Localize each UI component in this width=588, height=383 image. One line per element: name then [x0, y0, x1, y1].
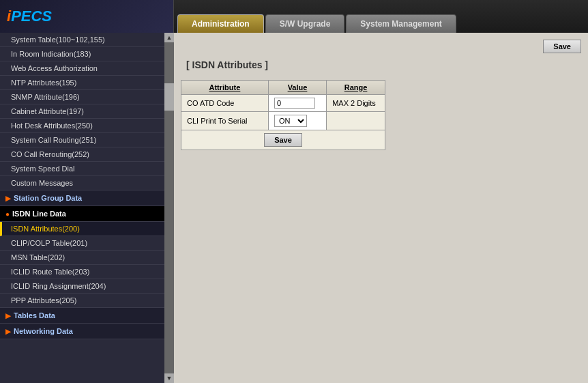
arrow-icon-networking: ▶	[5, 328, 11, 335]
sidebar-item-isdn-attributes[interactable]: ISDN Attributes(200)	[0, 222, 164, 236]
page-title: [ ISDN Attributes ]	[181, 57, 581, 73]
top-save-button[interactable]: Save	[543, 40, 581, 53]
row1-attribute: CO ATD Code	[181, 95, 269, 112]
sidebar-group-isdn[interactable]: ● ISDN Line Data	[0, 206, 164, 222]
sidebar-item-cabinet[interactable]: Cabinet Attribute(197)	[0, 104, 164, 119]
row2-range	[327, 112, 385, 130]
tab-administration[interactable]: Administration	[177, 14, 264, 33]
sidebar-item-web-access[interactable]: Web Access Authorization	[0, 61, 164, 76]
arrow-icon-isdn: ●	[5, 210, 10, 218]
header: iPECS Administration S/W Upgrade System …	[0, 0, 588, 33]
sidebar-wrapper: System Table(100~102,155) In Room Indica…	[0, 33, 174, 383]
sidebar-item-custom-messages[interactable]: Custom Messages	[0, 176, 164, 190]
logo-area: iPECS	[0, 0, 174, 33]
col-header-value: Value	[268, 81, 326, 95]
sidebar-item-in-room[interactable]: In Room Indication(183)	[0, 47, 164, 61]
arrow-icon: ▶	[5, 195, 11, 202]
sidebar-group-networking[interactable]: ▶ Networking Data	[0, 324, 164, 339]
table-save-button[interactable]: Save	[264, 133, 302, 147]
sidebar-scrollbar: ▲ ▼	[164, 33, 174, 383]
row1-range: MAX 2 Digits	[327, 95, 385, 112]
cli-print-select[interactable]: ON OFF	[274, 115, 307, 127]
scroll-down-button[interactable]: ▼	[164, 373, 174, 383]
sidebar-item-system-call-routing[interactable]: System Call Routing(251)	[0, 133, 164, 147]
arrow-icon-tables: ▶	[5, 312, 11, 320]
scroll-thumb[interactable]	[164, 83, 174, 111]
table-row: CLI Print To Serial ON OFF	[181, 112, 385, 130]
sidebar-item-ppp[interactable]: PPP Attributes(205)	[0, 294, 164, 308]
top-save-area: Save	[181, 40, 581, 53]
row1-value-cell	[268, 95, 326, 112]
sidebar-group-isdn-label: ISDN Line Data	[12, 210, 66, 218]
sidebar-item-msn-table[interactable]: MSN Table(202)	[0, 251, 164, 265]
nav-tabs: Administration S/W Upgrade System Manage…	[174, 0, 588, 33]
table-save-row: Save	[181, 130, 385, 150]
col-header-attribute: Attribute	[181, 81, 269, 95]
tab-system-management[interactable]: System Management	[346, 14, 456, 33]
sidebar-group-tables-label: Tables Data	[14, 311, 55, 320]
tab-sw-upgrade[interactable]: S/W Upgrade	[265, 14, 345, 33]
sidebar: System Table(100~102,155) In Room Indica…	[0, 33, 164, 383]
content-area: Save [ ISDN Attributes ] Attribute Value…	[174, 33, 588, 383]
sidebar-group-tables[interactable]: ▶ Tables Data	[0, 308, 164, 324]
sidebar-item-iclid-ring[interactable]: ICLID Ring Assignment(204)	[0, 279, 164, 294]
sidebar-item-system-table[interactable]: System Table(100~102,155)	[0, 33, 164, 47]
main-layout: System Table(100~102,155) In Room Indica…	[0, 33, 588, 383]
sidebar-item-speed-dial[interactable]: System Speed Dial	[0, 162, 164, 176]
row2-value-cell: ON OFF	[268, 112, 326, 130]
sidebar-group-networking-label: Networking Data	[14, 327, 73, 335]
col-header-range: Range	[327, 81, 385, 95]
co-atd-code-input[interactable]	[274, 98, 315, 109]
row2-attribute: CLI Print To Serial	[181, 112, 269, 130]
sidebar-group-station-label: Station Group Data	[14, 194, 82, 202]
scroll-up-button[interactable]: ▲	[164, 33, 174, 42]
sidebar-item-ntp[interactable]: NTP Attributes(195)	[0, 76, 164, 90]
logo: iPECS	[7, 8, 52, 25]
sidebar-item-hot-desk[interactable]: Hot Desk Attributes(250)	[0, 119, 164, 133]
save-row-cell: Save	[181, 130, 385, 150]
sidebar-item-iclid-route[interactable]: ICLID Route Table(203)	[0, 265, 164, 279]
sidebar-item-snmp[interactable]: SNMP Attribute(196)	[0, 90, 164, 104]
attributes-table: Attribute Value Range CO ATD Code MAX 2 …	[181, 80, 385, 150]
sidebar-item-co-call[interactable]: CO Call Rerouting(252)	[0, 147, 164, 162]
scroll-track	[164, 42, 174, 373]
sidebar-group-station[interactable]: ▶ Station Group Data	[0, 190, 164, 206]
sidebar-item-clip-colp[interactable]: CLIP/COLP Table(201)	[0, 236, 164, 251]
table-row: CO ATD Code MAX 2 Digits	[181, 95, 385, 112]
